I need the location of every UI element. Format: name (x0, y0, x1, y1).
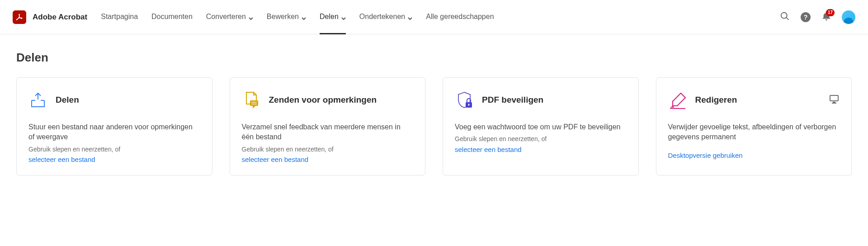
card-hint: Gebruik slepen en neerzetten, of (242, 145, 414, 154)
svg-rect-7 (830, 95, 838, 101)
highlighter-icon (668, 90, 687, 109)
page-title: Delen (16, 51, 852, 65)
card-delen[interactable]: Delen Stuur een bestand naar anderen voo… (16, 77, 212, 175)
card-hint: Gebruik slepen en neerzetten, of (28, 145, 200, 154)
nav-delen[interactable]: Delen (320, 0, 346, 34)
nav-ondertekenen[interactable]: Ondertekenen (359, 0, 412, 34)
card-desc: Verwijder gevoelige tekst, afbeeldingen … (668, 122, 840, 142)
chevron-down-icon (408, 14, 412, 19)
app-header: Adobe Acrobat Startpagina Documenten Con… (0, 0, 868, 34)
nav-label: Bewerken (267, 13, 299, 21)
nav-alle-gereedschappen[interactable]: Alle gereedschappen (426, 0, 494, 34)
select-file-link[interactable]: selecteer een bestand (242, 156, 414, 163)
shield-lock-icon (455, 90, 474, 109)
svg-rect-0 (250, 100, 258, 106)
search-button[interactable] (779, 12, 790, 23)
logo-block[interactable]: Adobe Acrobat (13, 10, 87, 24)
chevron-down-icon (302, 14, 306, 19)
nav-label: Startpagina (101, 13, 138, 21)
card-hint: Gebruik slepen en neerzetten, of (455, 135, 627, 144)
card-redigeren[interactable]: Redigeren Verwijder gevoelige tekst, afb… (656, 77, 852, 175)
acrobat-logo-icon (13, 10, 26, 24)
desktop-only-icon (829, 94, 840, 106)
nav-bewerken[interactable]: Bewerken (267, 0, 306, 34)
app-name: Adobe Acrobat (33, 13, 87, 22)
card-header: Zenden voor opmerkingen (242, 90, 414, 109)
nav-label: Delen (320, 13, 339, 21)
select-file-link[interactable]: selecteer een bestand (28, 156, 200, 163)
nav-converteren[interactable]: Converteren (206, 0, 253, 34)
card-title: Delen (56, 95, 79, 105)
card-row: Delen Stuur een bestand naar anderen voo… (16, 77, 852, 175)
card-desc: Voeg een wachtwoord toe om uw PDF te bev… (455, 122, 627, 132)
select-file-link[interactable]: selecteer een bestand (455, 146, 627, 153)
search-icon (780, 11, 790, 23)
card-title: PDF beveiligen (482, 95, 543, 105)
nav-startpagina[interactable]: Startpagina (101, 0, 138, 34)
main-nav: Startpagina Documenten Converteren Bewer… (101, 0, 494, 34)
notifications-button[interactable]: 17 (821, 12, 832, 23)
nav-label: Documenten (151, 13, 193, 21)
card-desc: Stuur een bestand naar anderen voor opme… (28, 122, 200, 142)
comment-doc-icon (242, 90, 261, 109)
nav-documenten[interactable]: Documenten (151, 0, 193, 34)
share-tray-icon (28, 90, 47, 109)
help-button[interactable]: ? (800, 12, 811, 23)
card-title: Redigeren (695, 95, 737, 105)
avatar[interactable] (842, 10, 855, 24)
card-header: Redigeren (668, 90, 840, 109)
chevron-down-icon (341, 14, 346, 19)
header-right: ? 17 (779, 10, 855, 24)
svg-rect-5 (468, 104, 469, 106)
page-content: Delen Delen Stuur een bestand naar ander… (0, 34, 868, 175)
card-header: PDF beveiligen (455, 90, 627, 109)
card-title: Zenden voor opmerkingen (269, 95, 377, 105)
card-desc: Verzamel snel feedback van meerdere mens… (242, 122, 414, 142)
card-pdf-beveiligen[interactable]: PDF beveiligen Voeg een wachtwoord toe o… (443, 77, 639, 175)
use-desktop-link[interactable]: Desktopversie gebruiken (668, 151, 840, 159)
notification-badge: 17 (826, 9, 835, 16)
nav-label: Converteren (206, 13, 246, 21)
help-icon: ? (801, 12, 811, 22)
nav-label: Alle gereedschappen (426, 13, 494, 21)
card-header: Delen (28, 90, 200, 109)
chevron-down-icon (249, 14, 253, 19)
nav-label: Ondertekenen (359, 13, 405, 21)
card-zenden-voor-opmerkingen[interactable]: Zenden voor opmerkingen Verzamel snel fe… (230, 77, 426, 175)
header-left: Adobe Acrobat Startpagina Documenten Con… (13, 0, 494, 34)
